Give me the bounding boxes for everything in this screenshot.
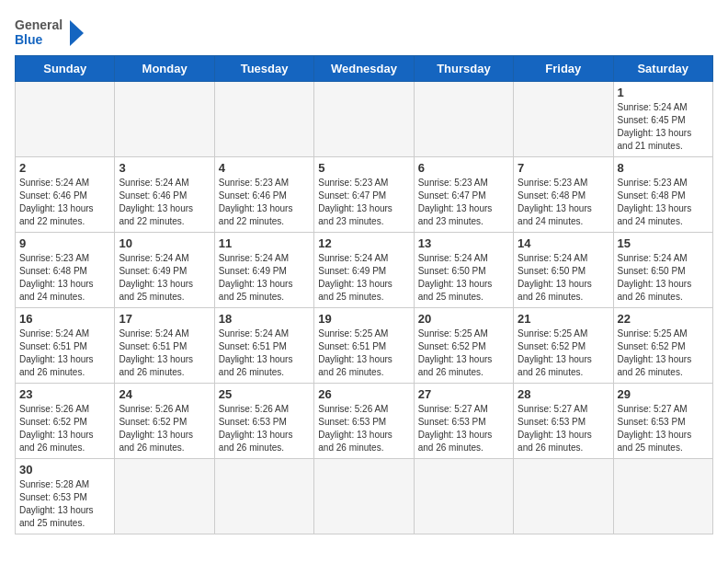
calendar-cell: 21Sunrise: 5:25 AMSunset: 6:52 PMDayligh… <box>514 308 613 384</box>
calendar-cell: 24Sunrise: 5:26 AMSunset: 6:52 PMDayligh… <box>115 384 214 459</box>
day-info: Sunrise: 5:23 AMSunset: 6:47 PMDaylight:… <box>318 177 409 228</box>
day-info: Sunrise: 5:25 AMSunset: 6:52 PMDaylight:… <box>518 327 609 379</box>
day-number: 7 <box>518 161 609 175</box>
day-info: Sunrise: 5:27 AMSunset: 6:53 PMDaylight:… <box>418 403 509 454</box>
day-number: 3 <box>119 161 210 175</box>
day-number: 29 <box>618 387 709 401</box>
day-number: 16 <box>19 312 110 326</box>
calendar-week-4: 16Sunrise: 5:24 AMSunset: 6:51 PMDayligh… <box>16 308 713 384</box>
svg-text:General: General <box>15 17 63 32</box>
calendar-cell: 4Sunrise: 5:23 AMSunset: 6:46 PMDaylight… <box>214 157 313 233</box>
day-info: Sunrise: 5:24 AMSunset: 6:46 PMDaylight:… <box>19 177 110 228</box>
day-info: Sunrise: 5:26 AMSunset: 6:53 PMDaylight:… <box>219 403 310 454</box>
day-number: 8 <box>618 161 709 175</box>
day-info: Sunrise: 5:24 AMSunset: 6:50 PMDaylight:… <box>618 252 709 304</box>
calendar-cell <box>115 82 214 157</box>
calendar-cell: 6Sunrise: 5:23 AMSunset: 6:47 PMDaylight… <box>414 157 513 233</box>
calendar-cell: 14Sunrise: 5:24 AMSunset: 6:50 PMDayligh… <box>514 233 613 308</box>
calendar-week-3: 9Sunrise: 5:23 AMSunset: 6:48 PMDaylight… <box>16 233 713 308</box>
calendar-cell <box>16 82 115 157</box>
day-number: 15 <box>618 236 709 250</box>
calendar-cell <box>414 82 513 157</box>
day-info: Sunrise: 5:24 AMSunset: 6:51 PMDaylight:… <box>19 327 110 379</box>
logo: GeneralBlue <box>15 15 88 52</box>
day-number: 11 <box>219 236 310 250</box>
day-info: Sunrise: 5:26 AMSunset: 6:52 PMDaylight:… <box>119 403 210 454</box>
day-number: 28 <box>518 387 609 401</box>
day-number: 6 <box>418 161 509 175</box>
svg-text:Blue: Blue <box>15 32 43 47</box>
calendar-cell: 11Sunrise: 5:24 AMSunset: 6:49 PMDayligh… <box>214 233 313 308</box>
day-number: 10 <box>119 236 210 250</box>
day-info: Sunrise: 5:23 AMSunset: 6:47 PMDaylight:… <box>418 177 509 228</box>
day-info: Sunrise: 5:24 AMSunset: 6:46 PMDaylight:… <box>119 177 210 228</box>
calendar-body: 1Sunrise: 5:24 AMSunset: 6:45 PMDaylight… <box>16 82 713 534</box>
calendar-week-6: 30Sunrise: 5:28 AMSunset: 6:53 PMDayligh… <box>16 459 713 534</box>
calendar-cell: 9Sunrise: 5:23 AMSunset: 6:48 PMDaylight… <box>16 233 115 308</box>
day-info: Sunrise: 5:24 AMSunset: 6:49 PMDaylight:… <box>119 252 210 304</box>
day-number: 5 <box>318 161 409 175</box>
weekday-header-thursday: Thursday <box>414 56 513 82</box>
calendar-cell: 16Sunrise: 5:24 AMSunset: 6:51 PMDayligh… <box>16 308 115 384</box>
weekday-header-saturday: Saturday <box>613 56 712 82</box>
day-number: 26 <box>318 387 409 401</box>
day-number: 1 <box>618 86 709 99</box>
day-info: Sunrise: 5:27 AMSunset: 6:53 PMDaylight:… <box>618 403 709 454</box>
calendar-week-1: 1Sunrise: 5:24 AMSunset: 6:45 PMDaylight… <box>16 82 713 157</box>
calendar-cell <box>214 82 313 157</box>
calendar-cell: 26Sunrise: 5:26 AMSunset: 6:53 PMDayligh… <box>314 384 414 459</box>
calendar-cell: 2Sunrise: 5:24 AMSunset: 6:46 PMDaylight… <box>16 157 115 233</box>
day-info: Sunrise: 5:26 AMSunset: 6:53 PMDaylight:… <box>318 403 409 454</box>
day-number: 12 <box>318 236 409 250</box>
calendar-cell <box>514 459 613 534</box>
calendar-cell: 5Sunrise: 5:23 AMSunset: 6:47 PMDaylight… <box>314 157 414 233</box>
day-number: 14 <box>518 236 609 250</box>
day-number: 18 <box>219 312 310 326</box>
day-number: 23 <box>19 387 110 401</box>
day-number: 2 <box>19 161 110 175</box>
calendar-cell: 30Sunrise: 5:28 AMSunset: 6:53 PMDayligh… <box>16 459 115 534</box>
day-number: 9 <box>19 236 110 250</box>
day-info: Sunrise: 5:27 AMSunset: 6:53 PMDaylight:… <box>518 403 609 454</box>
generalblue-logo: GeneralBlue <box>15 15 88 52</box>
weekday-header-sunday: Sunday <box>16 56 115 82</box>
calendar-cell: 25Sunrise: 5:26 AMSunset: 6:53 PMDayligh… <box>214 384 313 459</box>
calendar-cell: 23Sunrise: 5:26 AMSunset: 6:52 PMDayligh… <box>16 384 115 459</box>
calendar-cell <box>514 82 613 157</box>
calendar-cell: 8Sunrise: 5:23 AMSunset: 6:48 PMDaylight… <box>613 157 712 233</box>
day-number: 17 <box>119 312 210 326</box>
calendar-header: SundayMondayTuesdayWednesdayThursdayFrid… <box>16 56 713 82</box>
day-info: Sunrise: 5:26 AMSunset: 6:52 PMDaylight:… <box>19 403 110 454</box>
calendar-cell: 20Sunrise: 5:25 AMSunset: 6:52 PMDayligh… <box>414 308 513 384</box>
calendar-cell: 13Sunrise: 5:24 AMSunset: 6:50 PMDayligh… <box>414 233 513 308</box>
calendar-cell: 7Sunrise: 5:23 AMSunset: 6:48 PMDaylight… <box>514 157 613 233</box>
calendar-cell: 12Sunrise: 5:24 AMSunset: 6:49 PMDayligh… <box>314 233 414 308</box>
calendar-week-2: 2Sunrise: 5:24 AMSunset: 6:46 PMDaylight… <box>16 157 713 233</box>
day-number: 4 <box>219 161 310 175</box>
day-info: Sunrise: 5:24 AMSunset: 6:51 PMDaylight:… <box>219 327 310 379</box>
header-area: GeneralBlue <box>15 15 713 52</box>
day-number: 24 <box>119 387 210 401</box>
calendar-cell: 27Sunrise: 5:27 AMSunset: 6:53 PMDayligh… <box>414 384 513 459</box>
calendar-cell: 10Sunrise: 5:24 AMSunset: 6:49 PMDayligh… <box>115 233 214 308</box>
calendar-cell <box>214 459 313 534</box>
day-info: Sunrise: 5:24 AMSunset: 6:51 PMDaylight:… <box>119 327 210 379</box>
day-info: Sunrise: 5:25 AMSunset: 6:52 PMDaylight:… <box>418 327 509 379</box>
day-info: Sunrise: 5:28 AMSunset: 6:53 PMDaylight:… <box>19 478 110 530</box>
day-info: Sunrise: 5:24 AMSunset: 6:49 PMDaylight:… <box>219 252 310 304</box>
day-number: 22 <box>618 312 709 326</box>
day-info: Sunrise: 5:25 AMSunset: 6:51 PMDaylight:… <box>318 327 409 379</box>
day-number: 20 <box>418 312 509 326</box>
calendar-cell <box>314 82 414 157</box>
day-info: Sunrise: 5:24 AMSunset: 6:45 PMDaylight:… <box>618 101 709 153</box>
day-info: Sunrise: 5:24 AMSunset: 6:50 PMDaylight:… <box>418 252 509 304</box>
day-info: Sunrise: 5:23 AMSunset: 6:46 PMDaylight:… <box>219 177 310 228</box>
weekday-header-tuesday: Tuesday <box>214 56 313 82</box>
calendar-cell: 29Sunrise: 5:27 AMSunset: 6:53 PMDayligh… <box>613 384 712 459</box>
calendar-cell <box>414 459 513 534</box>
day-number: 19 <box>318 312 409 326</box>
day-info: Sunrise: 5:23 AMSunset: 6:48 PMDaylight:… <box>19 252 110 304</box>
day-number: 21 <box>518 312 609 326</box>
calendar-table: SundayMondayTuesdayWednesdayThursdayFrid… <box>15 55 713 534</box>
day-info: Sunrise: 5:24 AMSunset: 6:49 PMDaylight:… <box>318 252 409 304</box>
